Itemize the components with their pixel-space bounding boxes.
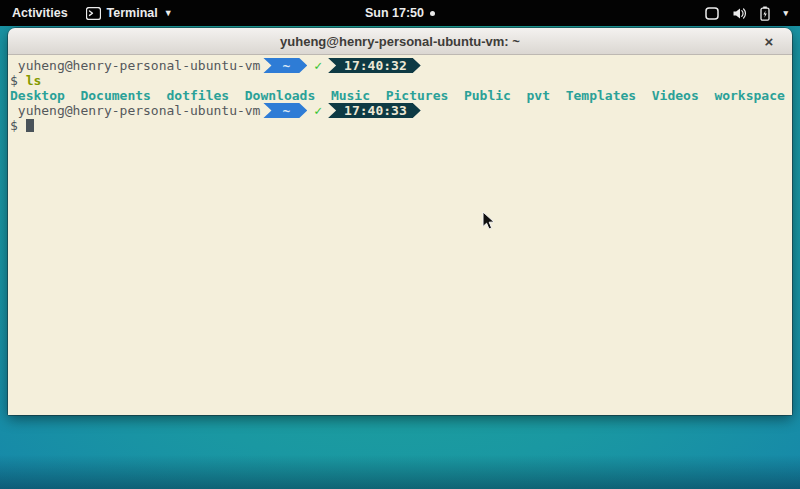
directory-entry: Templates: [566, 88, 636, 103]
ls-output-line: Desktop Documents dotfiles Downloads Mus…: [10, 88, 790, 103]
terminal-cursor: [26, 119, 34, 132]
chevron-down-icon: ▾: [783, 9, 788, 18]
terminal-icon: [86, 7, 101, 20]
app-menu-label: Terminal: [107, 6, 158, 20]
prompt-user-host: yuheng@henry-personal-ubuntu-vm: [10, 103, 260, 118]
volume-icon: [732, 7, 747, 20]
top-bar: Activities Terminal ▼ Sun 17:50: [0, 0, 800, 26]
directory-entry: pvt: [527, 88, 550, 103]
notification-dot-icon: [430, 11, 435, 16]
directory-entry: Pictures: [386, 88, 449, 103]
window-title: yuheng@henry-personal-ubuntu-vm: ~: [280, 34, 520, 49]
prompt-time-segment: 17:40:32: [328, 58, 421, 73]
close-button[interactable]: ×: [760, 32, 778, 50]
directory-entry: workspace: [714, 88, 784, 103]
directory-entry: dotfiles: [167, 88, 230, 103]
directory-entry: Desktop: [10, 88, 65, 103]
directory-entry: Videos: [652, 88, 699, 103]
system-status-area[interactable]: ▾: [705, 6, 800, 21]
prompt-time-segment: 17:40:33: [328, 103, 421, 118]
app-menu-terminal[interactable]: Terminal ▼: [86, 6, 173, 20]
prompt-line: yuheng@henry-personal-ubuntu-vm ~ ✓ 17:4…: [10, 103, 790, 118]
prompt-line: yuheng@henry-personal-ubuntu-vm ~ ✓ 17:4…: [10, 58, 790, 73]
prompt-symbol: $: [10, 73, 18, 88]
activities-button[interactable]: Activities: [12, 6, 68, 20]
prompt-cwd-segment: ~: [263, 58, 307, 73]
terminal-window: yuheng@henry-personal-ubuntu-vm: ~ × yuh…: [8, 28, 792, 415]
current-input-line[interactable]: $: [10, 118, 790, 133]
prompt-user-host: yuheng@henry-personal-ubuntu-vm: [10, 58, 260, 73]
prompt-cwd-segment: ~: [263, 103, 307, 118]
directory-entry: Music: [331, 88, 370, 103]
directory-entry: Public: [464, 88, 511, 103]
window-titlebar[interactable]: yuheng@henry-personal-ubuntu-vm: ~ ×: [8, 28, 792, 55]
directory-entry: Documents: [80, 88, 150, 103]
command-line: $ ls: [10, 73, 790, 88]
prompt-status-check-icon: ✓: [314, 103, 322, 118]
screen-icon: [705, 7, 719, 20]
battery-charging-icon: [760, 6, 770, 21]
directory-entry: Downloads: [245, 88, 315, 103]
prompt-status-check-icon: ✓: [314, 58, 322, 73]
prompt-symbol: $: [10, 118, 18, 133]
chevron-down-icon: ▼: [164, 9, 173, 18]
terminal-content[interactable]: yuheng@henry-personal-ubuntu-vm ~ ✓ 17:4…: [8, 55, 792, 415]
clock[interactable]: Sun 17:50: [365, 6, 424, 20]
command-text: ls: [26, 73, 42, 88]
